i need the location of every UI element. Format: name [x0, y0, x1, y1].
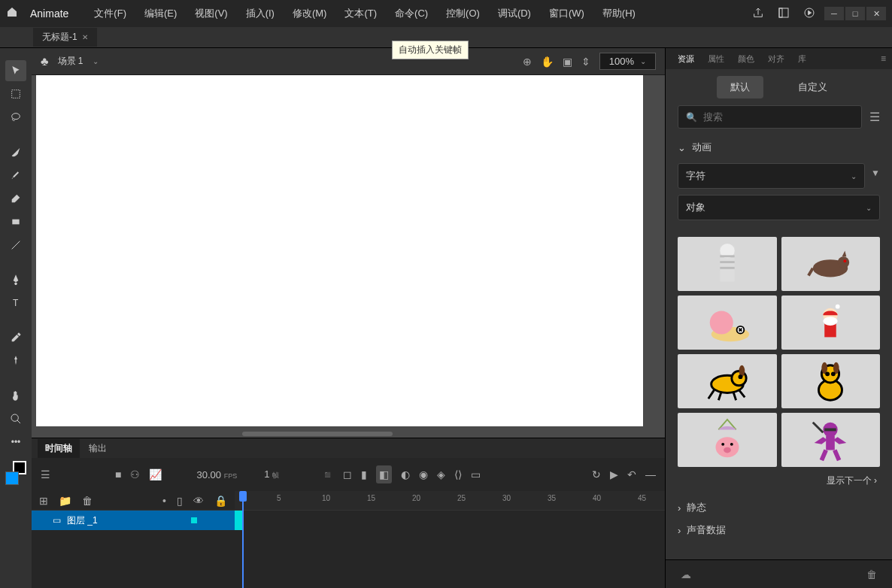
close-tab-icon[interactable]: ✕	[82, 33, 88, 41]
free-transform-tool[interactable]	[5, 83, 26, 105]
filter-icon[interactable]: ▼	[871, 168, 880, 178]
layer-row[interactable]: ▭ 图层 _1	[32, 511, 235, 530]
menu-commands[interactable]: 命令(C)	[387, 4, 435, 23]
workspace-icon[interactable]	[778, 7, 790, 21]
frame-track[interactable]	[235, 511, 665, 530]
tab-library[interactable]: 库	[792, 50, 812, 68]
hand-tool[interactable]	[5, 385, 26, 406]
panel-menu-icon[interactable]: ≡	[881, 53, 886, 64]
maximize-button[interactable]: □	[845, 7, 865, 20]
insert-keyframe-icon[interactable]: ◾	[321, 468, 334, 480]
layers-icon[interactable]: ☰	[41, 468, 50, 480]
asset-ninja[interactable]	[781, 413, 881, 467]
menu-modify[interactable]: 修改(M)	[285, 4, 335, 23]
frame-view-icon[interactable]: ▭	[471, 468, 481, 480]
fluid-brush-tool[interactable]	[5, 141, 26, 162]
document-tab[interactable]: 无标题-1 ✕	[33, 28, 97, 47]
delete-icon[interactable]: 🗑	[866, 568, 877, 580]
mode-custom[interactable]: 自定义	[784, 76, 841, 99]
asset-snail[interactable]	[678, 296, 777, 350]
canvas[interactable]	[36, 75, 643, 426]
auto-keyframe-icon[interactable]: ◧	[376, 465, 392, 483]
visibility-icon[interactable]: 👁	[193, 495, 204, 507]
zoom-field[interactable]: 100%⌄	[599, 53, 656, 70]
insert-frame-icon[interactable]: ▮	[361, 468, 367, 480]
menu-file[interactable]: 文件(F)	[86, 4, 134, 23]
tab-color[interactable]: 颜色	[732, 50, 760, 68]
tab-align[interactable]: 对齐	[762, 50, 790, 68]
tab-properties[interactable]: 属性	[702, 50, 730, 68]
playhead[interactable]	[242, 491, 244, 588]
brush-tool[interactable]	[5, 165, 26, 186]
animation-section-head[interactable]: ⌄ 动画	[678, 138, 880, 157]
search-box[interactable]: 🔍	[678, 105, 862, 129]
share-icon[interactable]	[752, 7, 764, 21]
close-button[interactable]: ✕	[866, 7, 886, 20]
more-tools[interactable]: •••	[5, 432, 26, 453]
home-icon[interactable]	[6, 6, 21, 21]
search-input[interactable]	[703, 111, 854, 123]
graph-icon[interactable]: 📈	[149, 468, 162, 480]
scene-icon[interactable]: ♣	[41, 55, 49, 68]
outline-icon[interactable]: ▯	[177, 495, 183, 507]
layer-depth-icon[interactable]: ⚇	[130, 468, 140, 480]
mode-default[interactable]: 默认	[717, 76, 763, 99]
fps-display[interactable]: 30.00 FPS	[196, 469, 237, 480]
highlight-icon[interactable]: •	[162, 495, 166, 507]
camera-icon[interactable]: ■	[115, 468, 121, 480]
menu-control[interactable]: 控制(O)	[438, 4, 487, 23]
frame-display[interactable]: 1 帧	[264, 468, 279, 480]
asset-santa[interactable]	[781, 296, 881, 350]
upload-icon[interactable]: ☁	[681, 568, 691, 580]
loop-icon[interactable]: ↻	[592, 468, 601, 480]
horizontal-scrollbar[interactable]	[242, 432, 393, 436]
tab-output[interactable]: 输出	[81, 439, 114, 458]
clip-stage-icon[interactable]: ▣	[563, 56, 572, 68]
menu-help[interactable]: 帮助(H)	[595, 4, 643, 23]
stage[interactable]	[32, 75, 665, 438]
new-folder-icon[interactable]: 📁	[59, 495, 71, 507]
menu-view[interactable]: 视图(V)	[187, 4, 235, 23]
lock-icon[interactable]: 🔒	[214, 495, 227, 507]
new-layer-icon[interactable]: ⊞	[39, 495, 48, 507]
menu-debug[interactable]: 调试(D)	[490, 4, 539, 23]
delete-layer-icon[interactable]: 🗑	[82, 495, 93, 507]
scene-dropdown-icon[interactable]: ⌄	[93, 57, 99, 65]
asset-wolf[interactable]	[781, 237, 881, 291]
audio-section-head[interactable]: › 声音数据	[678, 520, 880, 540]
pen-tool[interactable]	[5, 269, 26, 290]
onion-skin-icon[interactable]: ◐	[401, 468, 410, 480]
view-grid-icon[interactable]: ☰	[869, 110, 880, 124]
show-next-link[interactable]: 显示下一个 ›	[666, 467, 892, 495]
object-dropdown[interactable]: 对象⌄	[678, 195, 880, 220]
pin-tool[interactable]	[5, 350, 26, 371]
menu-insert[interactable]: 插入(I)	[238, 4, 282, 23]
character-dropdown[interactable]: 字符⌄	[678, 163, 865, 189]
menu-text[interactable]: 文本(T)	[337, 4, 384, 23]
edit-multiple-icon[interactable]: ◉	[419, 468, 428, 480]
marker-icon[interactable]: ◈	[437, 468, 445, 480]
text-tool[interactable]: T	[5, 292, 26, 314]
tab-assets[interactable]: 资源	[672, 50, 700, 68]
frame-ruler[interactable]: 5 10 15 20 25 30 35 40 45	[235, 491, 665, 511]
static-section-head[interactable]: › 静态	[678, 498, 880, 517]
eyedropper-tool[interactable]	[5, 327, 26, 348]
asset-dog-sit[interactable]	[781, 354, 881, 408]
play-button[interactable]: ▶	[610, 468, 618, 480]
zoom-tool[interactable]	[5, 408, 26, 429]
frames-area[interactable]: 5 10 15 20 25 30 35 40 45	[235, 491, 665, 588]
eraser-tool[interactable]	[5, 188, 26, 209]
fill-color[interactable]	[5, 471, 19, 485]
asset-dog-run[interactable]	[678, 354, 777, 408]
menu-edit[interactable]: 编辑(E)	[137, 4, 184, 23]
lasso-tool[interactable]	[5, 107, 26, 128]
asset-mummy[interactable]	[678, 237, 777, 291]
tween-icon[interactable]: ⟨⟩	[454, 468, 462, 480]
tab-timeline[interactable]: 时间轴	[38, 439, 80, 458]
next-frame-icon[interactable]: —	[645, 468, 656, 480]
rectangle-tool[interactable]	[5, 211, 26, 232]
insert-blank-keyframe-icon[interactable]: ◻	[343, 468, 352, 480]
zoom-stepper-icon[interactable]: ⇕	[581, 56, 590, 68]
scene-label[interactable]: 场景 1	[58, 55, 83, 68]
selection-tool[interactable]	[5, 60, 26, 81]
